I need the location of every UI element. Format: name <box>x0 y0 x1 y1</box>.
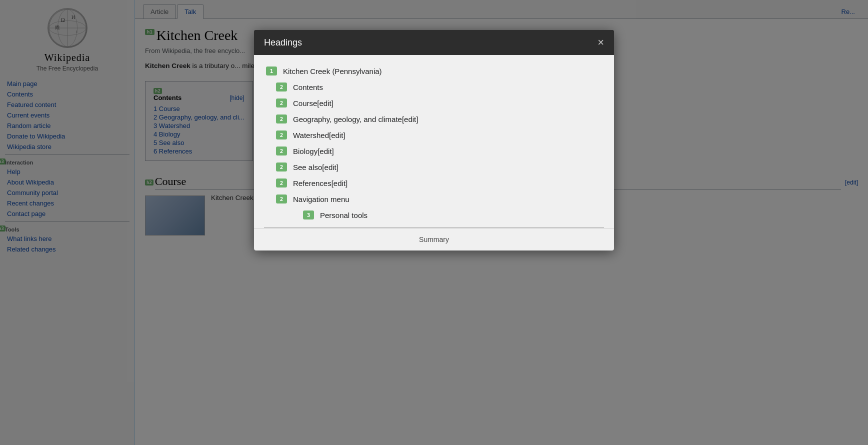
headings-panel: Headings × 1 Kitchen Creek (Pennsylvania… <box>254 30 614 250</box>
heading-text-10: Personal tools <box>320 211 368 220</box>
headings-overlay[interactable]: Headings × 1 Kitchen Creek (Pennsylvania… <box>0 0 868 445</box>
heading-text-5: Watershed[edit] <box>293 131 346 140</box>
heading-text-1: Kitchen Creek (Pennsylvania) <box>283 67 382 76</box>
heading-row-9[interactable]: 2 Navigation menu <box>264 191 604 207</box>
heading-text-7: See also[edit] <box>293 163 338 172</box>
heading-level-badge-8: 2 <box>276 178 287 188</box>
headings-summary-button[interactable]: Summary <box>254 228 614 250</box>
heading-row-1[interactable]: 1 Kitchen Creek (Pennsylvania) <box>264 63 604 79</box>
headings-close-button[interactable]: × <box>598 37 604 48</box>
headings-body: 1 Kitchen Creek (Pennsylvania) 2 Content… <box>254 55 614 228</box>
heading-row-7[interactable]: 2 See also[edit] <box>264 159 604 175</box>
heading-level-badge-1: 1 <box>266 66 277 76</box>
heading-level-badge-3: 2 <box>276 98 287 108</box>
heading-level-badge-10: 3 <box>303 210 314 220</box>
heading-level-badge-6: 2 <box>276 146 287 156</box>
heading-level-badge-4: 2 <box>276 114 287 124</box>
heading-text-9: Navigation menu <box>293 195 350 204</box>
headings-header: Headings × <box>254 30 614 55</box>
heading-level-badge-9: 2 <box>276 194 287 204</box>
heading-row-5[interactable]: 2 Watershed[edit] <box>264 127 604 143</box>
heading-text-4: Geography, geology, and climate[edit] <box>293 115 418 124</box>
heading-row-4[interactable]: 2 Geography, geology, and climate[edit] <box>264 111 604 127</box>
heading-row-10[interactable]: 3 Personal tools <box>264 207 604 223</box>
heading-row-3[interactable]: 2 Course[edit] <box>264 95 604 111</box>
heading-text-3: Course[edit] <box>293 99 334 108</box>
heading-text-8: References[edit] <box>293 179 348 188</box>
heading-level-badge-2: 2 <box>276 82 287 92</box>
heading-level-badge-5: 2 <box>276 130 287 140</box>
heading-row-6[interactable]: 2 Biology[edit] <box>264 143 604 159</box>
heading-row-8[interactable]: 2 References[edit] <box>264 175 604 191</box>
heading-text-2: Contents <box>293 83 323 92</box>
heading-row-2[interactable]: 2 Contents <box>264 79 604 95</box>
heading-text-6: Biology[edit] <box>293 147 334 156</box>
headings-panel-title: Headings <box>264 38 302 48</box>
heading-level-badge-7: 2 <box>276 162 287 172</box>
